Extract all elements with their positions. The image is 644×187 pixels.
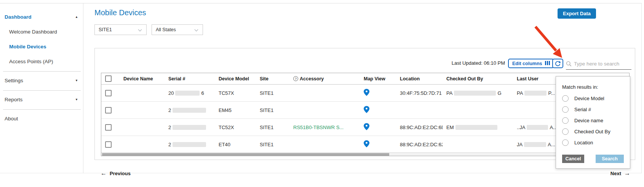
cell-text: 88:9C:AD:E2:DC:6D bbox=[400, 125, 443, 130]
column-header-map: Map View bbox=[360, 76, 396, 82]
redacted-text bbox=[175, 91, 200, 96]
radio-icon[interactable] bbox=[562, 139, 569, 146]
cell-text: PA bbox=[517, 90, 523, 96]
site-select[interactable]: SITE1 bbox=[94, 24, 147, 35]
edit-columns-label: Edit columns bbox=[512, 61, 542, 66]
row-checkbox[interactable] bbox=[105, 107, 112, 113]
next-page-button[interactable]: Next → bbox=[610, 170, 630, 177]
caret-down-icon: ▼ bbox=[75, 92, 78, 107]
match-panel-title: Match results in: bbox=[562, 84, 630, 90]
cell-map bbox=[360, 89, 396, 97]
row-checkbox[interactable] bbox=[105, 141, 112, 148]
radio-icon[interactable] bbox=[562, 95, 569, 102]
cell-text: 88:9C:AD:E2:DC:62 bbox=[400, 142, 443, 147]
caret-up-icon: ▲ bbox=[75, 10, 78, 24]
redacted-text bbox=[455, 125, 497, 130]
cell-serial: 2 bbox=[165, 125, 215, 130]
match-option-device-name[interactable]: Device name bbox=[556, 115, 630, 126]
cell-model: TC57X bbox=[215, 90, 256, 96]
chevron-down-icon bbox=[195, 28, 198, 32]
map-pin-icon[interactable] bbox=[364, 123, 369, 131]
sidebar-item-welcome-dashboard[interactable]: Welcome Dashboard bbox=[0, 24, 83, 39]
column-header-serial: Serial # bbox=[165, 76, 215, 82]
cell-text: Map View bbox=[364, 76, 385, 82]
accessory-link[interactable]: RS51B0-TBSNWR S... bbox=[293, 125, 344, 130]
page-title: Mobile Devices bbox=[94, 8, 146, 17]
devices-table: Device NameSerial #Device ModelSite?Acce… bbox=[101, 73, 630, 156]
radio-icon[interactable] bbox=[562, 128, 569, 135]
column-header-select bbox=[101, 75, 120, 82]
radio-icon[interactable] bbox=[562, 106, 569, 113]
redacted-text bbox=[173, 108, 206, 113]
sidebar-item-about[interactable]: About bbox=[0, 111, 83, 126]
cell-text: Device Model bbox=[219, 76, 249, 82]
state-select-value: All States bbox=[156, 27, 176, 32]
select-all-checkbox[interactable] bbox=[105, 75, 112, 82]
map-pin-icon[interactable] bbox=[364, 89, 369, 97]
cell-select bbox=[101, 141, 120, 148]
redacted-text bbox=[524, 142, 546, 147]
match-panel-buttons: Cancel Search bbox=[562, 155, 624, 163]
horizontal-scrollbar[interactable] bbox=[101, 152, 629, 156]
cell-text: Location bbox=[574, 140, 593, 145]
match-option-checked-out-by[interactable]: Checked Out By bbox=[556, 126, 630, 137]
edit-columns-button[interactable]: Edit columns bbox=[508, 59, 554, 68]
previous-page-button[interactable]: ← Previous bbox=[101, 170, 131, 177]
sidebar-divider bbox=[3, 71, 81, 72]
cell-text: Device Name bbox=[123, 76, 153, 82]
cell-text: A... bbox=[548, 142, 555, 147]
cell-text: Device Model bbox=[574, 96, 604, 101]
help-icon[interactable]: ? bbox=[293, 76, 298, 81]
cell-site: SITE1 bbox=[256, 107, 289, 113]
cell-text: ..JA bbox=[517, 125, 525, 130]
sidebar-item-dashboard[interactable]: Dashboard▲ bbox=[0, 10, 83, 24]
column-header-site: Site bbox=[256, 76, 289, 82]
cell-text: SITE1 bbox=[260, 142, 273, 147]
row-checkbox[interactable] bbox=[105, 124, 112, 131]
arrow-right-icon: → bbox=[624, 170, 630, 177]
map-pin-icon[interactable] bbox=[364, 106, 369, 114]
redacted-text bbox=[173, 125, 206, 130]
cell-text: P... bbox=[548, 90, 555, 96]
refresh-button[interactable] bbox=[552, 59, 563, 68]
match-option-device-model[interactable]: Device Model bbox=[556, 93, 630, 104]
cell-select bbox=[101, 124, 120, 131]
radio-icon[interactable] bbox=[562, 117, 569, 124]
sidebar-item-reports[interactable]: Reports▼ bbox=[0, 92, 83, 107]
cell-checked_out_by: EM bbox=[443, 125, 513, 130]
sidebar-item-settings[interactable]: Settings▼ bbox=[0, 73, 83, 88]
cancel-button[interactable]: Cancel bbox=[562, 155, 584, 163]
column-header-device_name: Device Name bbox=[120, 76, 165, 82]
cell-text: Serial # bbox=[574, 107, 591, 112]
scrollbar-thumb[interactable] bbox=[102, 153, 389, 156]
table-body: 206TC57XSITE130:4F:75:5D:7D:71PAGPAP...2… bbox=[101, 85, 629, 153]
sidebar-item-access-points-ap[interactable]: Access Points (AP) bbox=[0, 54, 83, 69]
cell-text: Dashboard bbox=[5, 14, 32, 20]
row-checkbox[interactable] bbox=[105, 90, 112, 96]
match-option-location[interactable]: Location bbox=[556, 137, 630, 148]
table-header-row: Device NameSerial #Device ModelSite?Acce… bbox=[101, 73, 629, 85]
cell-text: SITE1 bbox=[260, 107, 273, 113]
cell-checked_out_by: PAG bbox=[443, 90, 513, 96]
match-option-serial[interactable]: Serial # bbox=[556, 104, 630, 115]
cell-text: 20 bbox=[168, 90, 174, 96]
search-input[interactable] bbox=[574, 61, 629, 67]
cell-text: 2 bbox=[168, 125, 171, 130]
cell-location: 88:9C:AD:E2:DC:62 bbox=[396, 142, 443, 147]
sidebar-nav: Dashboard▲Welcome DashboardMobile Device… bbox=[0, 3, 83, 173]
search-button[interactable]: Search bbox=[596, 155, 624, 163]
cell-map bbox=[360, 106, 396, 114]
map-pin-icon[interactable] bbox=[364, 140, 369, 149]
sidebar-divider bbox=[3, 90, 81, 91]
export-data-button[interactable]: Export Data bbox=[558, 8, 596, 19]
cell-text: G bbox=[497, 90, 501, 96]
sidebar-item-mobile-devices[interactable]: Mobile Devices bbox=[0, 39, 83, 54]
column-header-location: Location bbox=[396, 76, 443, 82]
cell-text: ET40 bbox=[219, 142, 230, 147]
cell-model: ET40 bbox=[215, 142, 256, 147]
state-select[interactable]: All States bbox=[152, 24, 203, 35]
search-icon bbox=[566, 61, 572, 67]
cell-text: 2 bbox=[168, 107, 171, 113]
redacted-text bbox=[454, 91, 496, 96]
cell-text: EM45 bbox=[219, 107, 232, 113]
